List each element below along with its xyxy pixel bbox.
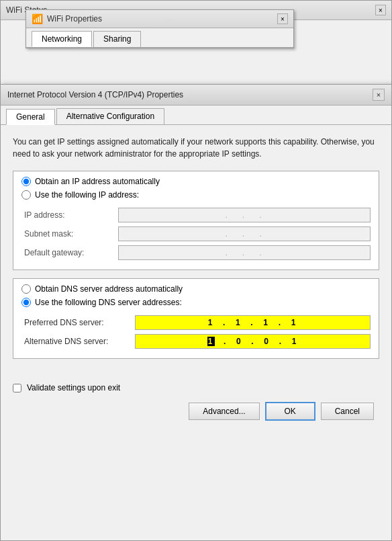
description-text: You can get IP settings assigned automat…	[13, 136, 379, 160]
ip-address-row: IP address: . . .	[21, 208, 371, 222]
advanced-button[interactable]: Advanced...	[189, 403, 259, 420]
radio-manual-dns-row: Use the following DNS server addresses:	[21, 298, 371, 307]
preferred-dns-value: 1 . 1 . 1 . 1	[208, 318, 298, 327]
radio-manual-ip-row: Use the following IP address:	[21, 190, 371, 200]
ip-address-field[interactable]: . . .	[118, 208, 371, 222]
wifi-props-titlebar: 📶 WiFi Properties ×	[26, 10, 293, 28]
bottom-area: Validate settings upon exit Advanced... …	[1, 378, 391, 426]
preferred-dns-label: Preferred DNS server:	[24, 318, 135, 327]
ip-address-value: . . .	[225, 210, 263, 220]
preferred-dns-row: Preferred DNS server: 1 . 1 . 1 . 1	[21, 315, 371, 330]
cancel-button[interactable]: Cancel	[321, 403, 374, 420]
wifi-props-title-text: WiFi Properties	[47, 14, 102, 24]
tab-networking[interactable]: Networking	[32, 31, 92, 47]
wifi-props-tabs: Networking Sharing	[26, 28, 293, 48]
ipv4-tabs: General Alternative Configuration	[1, 106, 391, 125]
preferred-dns-field[interactable]: 1 . 1 . 1 . 1	[135, 315, 371, 330]
radio-auto-dns-label: Obtain DNS server address automatically	[35, 284, 183, 294]
ipv4-properties-dialog: Internet Protocol Version 4 (TCP/IPv4) P…	[0, 84, 392, 541]
ipv4-close-button[interactable]: ×	[373, 89, 385, 101]
radio-manual-dns-label: Use the following DNS server addresses:	[35, 298, 182, 307]
radio-auto-dns[interactable]	[21, 284, 31, 294]
subnet-mask-value: . . .	[225, 229, 263, 239]
tab-alt-config[interactable]: Alternative Configuration	[56, 108, 164, 124]
wifi-status-close-button[interactable]: ×	[375, 5, 386, 15]
alternative-dns-label: Alternative DNS server:	[24, 337, 135, 346]
alternative-dns-value: 1 . 0 . 0 . 1	[207, 337, 299, 346]
tab-general[interactable]: General	[6, 109, 55, 125]
validate-row: Validate settings upon exit	[13, 383, 379, 392]
radio-manual-ip[interactable]	[21, 190, 31, 200]
ipv4-title: Internet Protocol Version 4 (TCP/IPv4) P…	[7, 90, 183, 99]
default-gateway-label: Default gateway:	[24, 248, 118, 257]
default-gateway-row: Default gateway: . . .	[21, 245, 371, 260]
tab-sharing[interactable]: Sharing	[93, 31, 141, 47]
ok-button[interactable]: OK	[265, 402, 315, 421]
radio-auto-dns-row: Obtain DNS server address automatically	[21, 284, 371, 294]
button-row: Advanced... OK Cancel	[13, 402, 379, 421]
wifi-props-close-button[interactable]: ×	[277, 13, 288, 24]
ip-address-label: IP address:	[24, 210, 118, 220]
subnet-mask-label: Subnet mask:	[24, 229, 118, 239]
alternative-dns-field[interactable]: 1 . 0 . 0 . 1	[135, 334, 371, 349]
validate-checkbox[interactable]	[13, 384, 21, 392]
wifi-props-title-area: 📶 WiFi Properties	[32, 13, 102, 24]
validate-label: Validate settings upon exit	[27, 383, 120, 392]
wifi-icon: 📶	[32, 13, 43, 24]
default-gateway-field[interactable]: . . .	[118, 245, 371, 260]
radio-auto-ip[interactable]	[21, 177, 31, 186]
dns-section: Obtain DNS server address automatically …	[13, 278, 379, 359]
subnet-mask-row: Subnet mask: . . .	[21, 226, 371, 241]
radio-manual-ip-label: Use the following IP address:	[35, 190, 139, 200]
alternative-dns-row: Alternative DNS server: 1 . 0 . 0 . 1	[21, 334, 371, 349]
radio-manual-dns[interactable]	[21, 298, 31, 307]
ip-address-section: Obtain an IP address automatically Use t…	[13, 171, 379, 270]
radio-auto-ip-label: Obtain an IP address automatically	[35, 177, 160, 186]
ipv4-titlebar: Internet Protocol Version 4 (TCP/IPv4) P…	[1, 85, 391, 106]
subnet-mask-field[interactable]: . . .	[118, 226, 371, 241]
wifi-properties-window: 📶 WiFi Properties × Networking Sharing	[26, 9, 294, 48]
ipv4-content: You can get IP settings assigned automat…	[1, 125, 391, 378]
radio-auto-ip-row: Obtain an IP address automatically	[21, 177, 371, 186]
default-gateway-value: . . .	[225, 248, 263, 257]
